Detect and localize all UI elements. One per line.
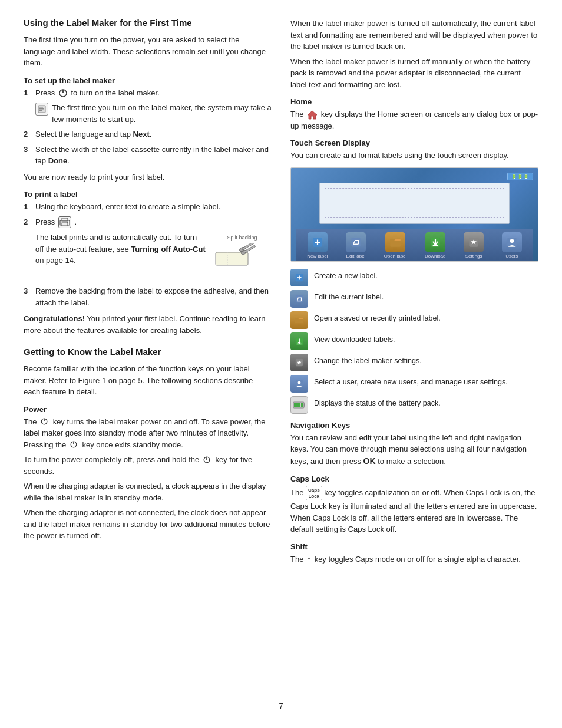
page-number: 7 — [24, 701, 538, 710]
svg-rect-26 — [351, 238, 360, 246]
setup-note: The first time you turn on the label mak… — [24, 102, 272, 125]
icon-row-users: Select a user, create new users, and man… — [290, 375, 538, 393]
shift-text-before: The — [290, 555, 306, 564]
caps-lock-text-before: The — [290, 488, 306, 497]
print-heading: To print a label — [24, 190, 272, 199]
two-column-layout: Using the Label Maker for the First Time… — [24, 18, 538, 690]
remove-backing-text: Remove the backing from the label to exp… — [35, 285, 272, 308]
ts-label-area — [319, 183, 509, 224]
page: Using the Label Maker for the First Time… — [0, 0, 562, 728]
icon-new-label — [290, 269, 308, 286]
note-box: The first time you turn on the label mak… — [35, 102, 272, 125]
press-text: Press — [35, 218, 57, 226]
section-title-getting-to-know: Getting to Know the Label Maker — [24, 347, 272, 358]
setup-heading: To set up the label maker — [24, 76, 272, 85]
scissor-illustration: Split backing — [213, 234, 272, 282]
setup-steps: 1 Press to turn on the label maker. — [24, 87, 272, 167]
ts-edit-label-text: Edit label — [346, 253, 366, 259]
auto-cut-text: The label prints and is automatically cu… — [35, 232, 207, 266]
icon-row-download: View downloaded labels. — [290, 332, 538, 350]
icon-battery-label — [290, 396, 308, 414]
icon-row-settings: Change the label maker settings. — [290, 354, 538, 371]
ts-label-inner — [325, 188, 504, 218]
next-bold: Next — [133, 130, 150, 139]
power-icon-inline-2 — [70, 440, 79, 450]
ts-download-text: Download — [425, 253, 446, 259]
left-column: Using the Label Maker for the First Time… — [24, 18, 272, 690]
icon-battery-text: Displays the status of the battery pack. — [314, 396, 441, 409]
power-text-1: The key turns the label maker power on a… — [24, 416, 272, 451]
setup-step-1: 1 Press to turn on the label maker. — [24, 87, 272, 99]
nav-text-after: to make a selection. — [378, 457, 446, 466]
auto-off-text-2: When the label maker power is turned off… — [290, 56, 538, 91]
print-step-2: 2 Press . — [24, 216, 272, 229]
icon-row-edit: Edit the current label. — [290, 290, 538, 308]
icon-open-label — [290, 311, 308, 329]
print-button-icon — [58, 216, 71, 228]
auto-off-text-1: When the label maker power is turned off… — [290, 18, 538, 52]
ready-text: You are now ready to print your first la… — [24, 172, 272, 183]
ts-new-label-text: New label — [307, 253, 328, 259]
svg-point-9 — [67, 222, 68, 223]
svg-rect-52 — [297, 403, 300, 407]
svg-rect-54 — [304, 403, 305, 407]
ok-key-label: OK — [363, 456, 376, 466]
icon-open-label-text: Open a saved or recently printed label. — [314, 311, 441, 324]
svg-point-36 — [510, 239, 514, 243]
icon-row-folder: Open a saved or recently printed label. — [290, 311, 538, 329]
svg-rect-8 — [62, 223, 68, 226]
setup-step-2: 2 Select the language and tap Next. — [24, 129, 272, 140]
home-heading: Home — [290, 97, 538, 106]
power-text-2: To turn the power completely off, press … — [24, 454, 272, 477]
note-text: The first time you turn on the label mak… — [52, 102, 272, 125]
step1-press-text: Press — [35, 88, 57, 97]
power-icon — [58, 88, 68, 98]
ts-users-text: Users — [505, 253, 518, 259]
ts-new-label-icon — [308, 232, 328, 252]
ts-edit-label-btn[interactable]: Edit label — [346, 232, 366, 259]
icon-edit-label — [290, 290, 308, 308]
turning-off-bold: Turning off Auto-Cut — [131, 245, 205, 253]
icon-edit-label-text: Edit the current label. — [314, 290, 384, 303]
setup-step-3: 3 Select the width of the label cassette… — [24, 144, 272, 167]
icon-download-label — [290, 332, 308, 350]
ts-open-label-btn[interactable]: Open label — [384, 232, 407, 259]
icon-download-text: View downloaded labels. — [314, 332, 395, 345]
ts-new-label-btn[interactable]: New label — [307, 232, 328, 259]
print-step-1-text: Using the keyboard, enter text to create… — [35, 201, 220, 213]
svg-point-49 — [298, 381, 301, 384]
section-title-first-time: Using the Label Maker for the First Time — [24, 18, 272, 29]
touch-screen-text: You can create and format labels using t… — [290, 150, 538, 162]
print-steps: 1 Using the keyboard, enter text to crea… — [24, 201, 272, 308]
ts-edit-label-icon — [346, 232, 366, 252]
ts-users-btn[interactable]: Users — [502, 232, 522, 259]
ts-users-icon — [502, 232, 522, 252]
first-time-intro: The first time you turn on the power, yo… — [24, 34, 272, 69]
icon-new-label-text: Create a new label. — [314, 269, 378, 282]
icon-row-battery: Displays the status of the battery pack. — [290, 396, 538, 414]
icon-users-label — [290, 375, 308, 393]
ts-download-icon — [425, 232, 445, 252]
ts-open-label-text: Open label — [384, 253, 407, 259]
ts-open-label-icon — [385, 232, 405, 252]
svg-rect-40 — [296, 295, 303, 302]
power-text-3: When the charging adapter is connected, … — [24, 480, 272, 503]
shift-heading: Shift — [290, 542, 538, 551]
svg-rect-4 — [39, 108, 44, 110]
caps-lock-text: The Caps Lock key toggles capitalization… — [290, 486, 538, 535]
icon-row-new: Create a new label. — [290, 269, 538, 286]
power-icon-inline-1 — [40, 417, 49, 427]
caps-lock-key: Caps Lock — [306, 486, 322, 501]
svg-rect-53 — [301, 403, 303, 407]
ts-toolbar: New label Edit label — [296, 229, 533, 261]
ts-download-btn[interactable]: Download — [425, 232, 446, 259]
ts-settings-btn[interactable]: Settings — [464, 232, 484, 259]
touch-screen-heading: Touch Screen Display — [290, 139, 538, 147]
ts-settings-icon — [464, 232, 484, 252]
right-column: When the label maker power is turned off… — [290, 18, 538, 690]
period: . — [74, 218, 77, 226]
power-icon-inline-3 — [203, 456, 212, 465]
step1-after: to turn on the label maker. — [71, 88, 159, 97]
caps-lock-text-after: key toggles capitalization on or off. Wh… — [290, 488, 537, 533]
touch-screen-display-image: 🔋🔋🔋 — [290, 167, 538, 262]
